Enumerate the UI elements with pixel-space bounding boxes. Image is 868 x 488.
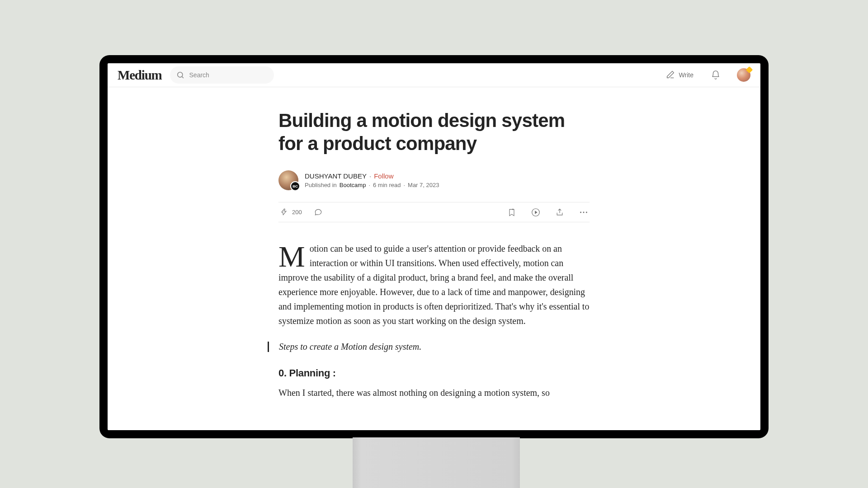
share-icon[interactable] bbox=[555, 208, 564, 217]
action-bar: 200 bbox=[278, 202, 590, 222]
author-avatar[interactable]: BC bbox=[278, 170, 298, 190]
write-button[interactable]: Write bbox=[665, 70, 693, 81]
svg-point-5 bbox=[586, 212, 587, 213]
svg-line-1 bbox=[182, 76, 184, 78]
publish-date: Mar 7, 2023 bbox=[408, 182, 439, 188]
search-field[interactable] bbox=[170, 66, 274, 84]
read-time: 6 min read bbox=[373, 182, 401, 188]
monitor-frame: Medium Write Building a motion design sy… bbox=[99, 55, 769, 438]
article-quote: Steps to create a Motion design system. bbox=[268, 342, 590, 352]
user-avatar[interactable] bbox=[737, 68, 750, 82]
article-paragraph: When I started, there was almost nothing… bbox=[278, 385, 590, 400]
monitor-stand bbox=[353, 437, 520, 488]
svg-point-0 bbox=[177, 72, 182, 77]
published-in-label: Published in bbox=[305, 182, 337, 188]
byline: BC DUSHYANT DUBEY · Follow Published in … bbox=[278, 170, 590, 190]
publication-name[interactable]: Bootcamp bbox=[340, 182, 366, 188]
comment-icon[interactable] bbox=[314, 208, 323, 217]
bookmark-icon[interactable] bbox=[507, 207, 516, 217]
topbar: Medium Write bbox=[108, 63, 760, 87]
write-label: Write bbox=[679, 71, 693, 79]
article-title: Building a motion design system for a pr… bbox=[278, 109, 590, 155]
separator-dot: · bbox=[369, 172, 371, 180]
author-name[interactable]: DUSHYANT DUBEY bbox=[305, 172, 367, 180]
publication-badge-icon: BC bbox=[290, 181, 300, 191]
section-heading: 0. Planning : bbox=[278, 367, 590, 379]
screen: Medium Write Building a motion design sy… bbox=[108, 63, 760, 430]
notifications-icon[interactable] bbox=[711, 70, 721, 80]
svg-point-4 bbox=[583, 212, 585, 213]
play-icon[interactable] bbox=[531, 207, 541, 217]
clap-count: 200 bbox=[292, 209, 302, 216]
follow-button[interactable]: Follow bbox=[374, 172, 393, 180]
article-content: Building a motion design system for a pr… bbox=[278, 87, 590, 400]
svg-point-3 bbox=[580, 212, 581, 213]
clap-button[interactable]: 200 bbox=[279, 207, 302, 217]
article-paragraph: Motion can be used to guide a user's att… bbox=[278, 241, 590, 328]
search-input[interactable] bbox=[189, 71, 268, 79]
clap-icon bbox=[279, 207, 288, 217]
write-icon bbox=[665, 70, 675, 81]
search-icon bbox=[176, 71, 185, 80]
site-logo[interactable]: Medium bbox=[118, 68, 162, 83]
more-icon[interactable] bbox=[579, 207, 589, 217]
